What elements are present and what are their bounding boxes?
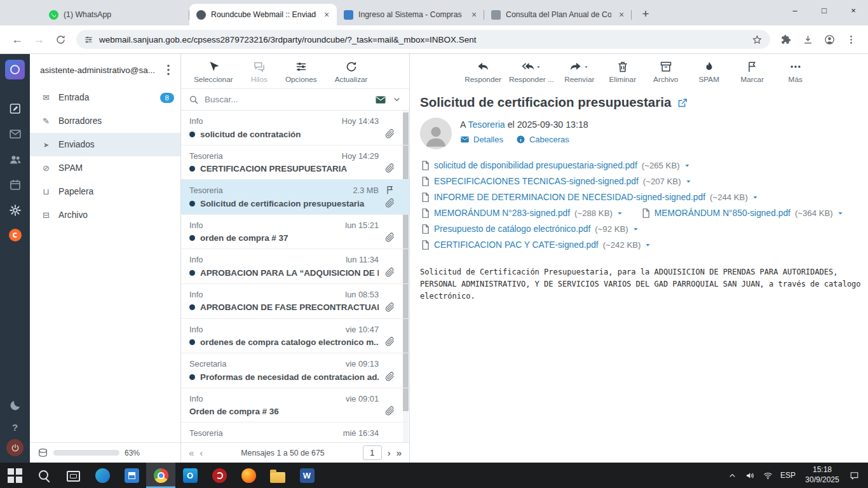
taskbar-app[interactable] (146, 463, 175, 488)
refresh-button[interactable]: Actualizar (335, 60, 368, 84)
reply-button[interactable]: Responder (465, 60, 501, 84)
spam-button[interactable]: SPAM (691, 60, 727, 84)
tab-close-icon[interactable]: × (322, 10, 332, 20)
message-row[interactable]: Info vie 10:47 ordenes de compra catalog… (181, 319, 409, 354)
folder-item[interactable]: Enviados (30, 133, 180, 156)
message-row[interactable]: Secretaria vie 09:13 Proformas de necesi… (181, 353, 409, 388)
taskbar-app[interactable] (175, 463, 205, 488)
downloads-button[interactable] (797, 29, 818, 50)
attachment-menu-icon[interactable] (751, 193, 759, 201)
contacts-button[interactable] (8, 152, 22, 166)
url-text[interactable]: webmail.sanjuan.gob.ec/cpsess2879723216/… (99, 35, 746, 44)
cpanel-icon[interactable] (9, 229, 22, 241)
forward-dropdown-icon[interactable] (583, 64, 589, 70)
attachment-name[interactable]: ESPECIFICACIONES TECNICAS-signed-signed.… (434, 177, 639, 186)
taskbar-app[interactable] (0, 463, 29, 488)
attachment-name[interactable]: Presupuesto de catálogo electrónico.pdf (434, 224, 590, 234)
browser-tab[interactable]: Ingreso al Sistema - Compras P × (337, 4, 484, 25)
account-menu-icon[interactable] (161, 63, 175, 77)
recipient-link[interactable]: Tesoreria (468, 119, 505, 130)
more-button[interactable]: Más (778, 60, 813, 84)
logout-button[interactable] (6, 439, 24, 456)
taskbar-app[interactable] (234, 463, 263, 488)
taskbar-app[interactable] (292, 463, 322, 488)
attachment-item[interactable]: MEMORÁNDUM N°850-signed.pdf (~364 KB) (641, 208, 844, 219)
archive-button[interactable]: Archivo (648, 60, 684, 84)
next-page-button[interactable]: › (388, 448, 391, 458)
threads-button[interactable]: Hilos (251, 60, 268, 84)
attachment-name[interactable]: INFORME DE DETERMINACION DE NECESIDAD-si… (434, 193, 705, 202)
notification-center-button[interactable] (845, 463, 863, 488)
browser-tab[interactable]: Roundcube Webmail :: Enviados × (189, 4, 337, 25)
taskbar-app[interactable] (29, 463, 58, 488)
folder-item[interactable]: SPAM (30, 156, 180, 180)
attachment-item[interactable]: CERTIFICACION PAC Y CATE-signed.pdf (~24… (420, 240, 652, 250)
tab-close-icon[interactable]: × (616, 10, 627, 20)
page-number-input[interactable]: 1 (363, 445, 382, 460)
flag-icon[interactable] (385, 185, 395, 195)
folder-item[interactable]: Borradores (30, 109, 180, 133)
volume-button[interactable] (741, 463, 759, 488)
browser-menu-button[interactable] (840, 29, 862, 50)
profile-button[interactable] (818, 29, 840, 50)
attachment-menu-icon[interactable] (683, 161, 691, 170)
attachment-name[interactable]: CERTIFICACION PAC Y CATE-signed.pdf (434, 240, 599, 250)
taskbar-app[interactable] (263, 463, 292, 488)
theme-toggle-button[interactable] (8, 398, 22, 412)
minimize-button[interactable]: – (780, 0, 810, 20)
tray-expand-button[interactable] (723, 463, 741, 488)
attachment-menu-icon[interactable] (684, 177, 693, 186)
mark-button[interactable]: Marcar (735, 60, 770, 84)
calendar-button[interactable] (8, 178, 22, 192)
last-page-button[interactable]: » (397, 448, 402, 458)
taskbar-app[interactable] (58, 463, 88, 488)
message-row[interactable]: Info lun 11:34 APROBACION PARA LA “ADQUI… (181, 249, 409, 284)
open-in-new-icon[interactable] (677, 97, 688, 108)
tab-close-icon[interactable]: × (469, 10, 479, 20)
settings-button[interactable] (8, 203, 22, 217)
bookmark-star-icon[interactable] (752, 34, 763, 45)
details-link[interactable]: Detalles (460, 135, 503, 144)
attachment-menu-icon[interactable] (616, 209, 624, 217)
attachment-item[interactable]: ESPECIFICACIONES TECNICAS-signed-signed.… (420, 176, 693, 187)
message-row[interactable]: Tesoreria mié 16:34 (181, 423, 409, 442)
attachment-name[interactable]: MEMORÁNDUM N°850-signed.pdf (654, 208, 790, 218)
attachment-name[interactable]: solicitud de disponibilidad presupuestar… (434, 161, 637, 170)
taskbar-app[interactable] (88, 463, 117, 488)
message-row[interactable]: Tesoreria 2.3 MB Solicitud de certificac… (181, 180, 409, 215)
reply-all-button[interactable]: Responder ... (509, 60, 554, 84)
back-button[interactable]: ← (6, 29, 28, 50)
folder-item[interactable]: Entrada 8 (30, 86, 180, 109)
omnibox[interactable]: webmail.sanjuan.gob.ec/cpsess2879723216/… (76, 30, 770, 49)
attachment-item[interactable]: INFORME DE DETERMINACION DE NECESIDAD-si… (420, 192, 759, 203)
taskbar-app[interactable] (117, 463, 146, 488)
close-button[interactable]: × (839, 0, 868, 20)
forward-button[interactable]: → (28, 29, 50, 50)
extensions-button[interactable] (775, 29, 797, 50)
reload-button[interactable] (50, 29, 71, 50)
attachment-menu-icon[interactable] (836, 209, 844, 217)
folder-item[interactable]: Archivo (30, 203, 180, 227)
app-logo[interactable] (5, 60, 25, 79)
message-row[interactable]: Info Hoy 14:43 solicitud de contratación (181, 111, 409, 146)
headers-link[interactable]: Cabeceras (516, 135, 569, 144)
message-row[interactable]: Info lun 08:53 APROBACION DE FASE PRECON… (181, 284, 409, 319)
attachment-item[interactable]: solicitud de disponibilidad presupuestar… (420, 160, 691, 171)
browser-tab[interactable]: Consulta del Plan Anual de Con × (484, 4, 632, 25)
select-button[interactable]: Seleccionar (194, 60, 233, 84)
options-button[interactable]: Opciones (285, 60, 317, 84)
language-indicator[interactable]: ESP (776, 471, 799, 480)
attachment-item[interactable]: Presupuesto de catálogo electrónico.pdf … (420, 224, 640, 234)
forward-button[interactable]: Reenviar (562, 60, 597, 84)
attachment-menu-icon[interactable] (632, 225, 640, 233)
search-scope-icon[interactable] (375, 94, 386, 105)
message-row[interactable]: Info lun 15:21 orden de compra # 37 (181, 215, 409, 250)
browser-tab[interactable]: (1) WhatsApp × (42, 4, 189, 25)
attachment-menu-icon[interactable] (644, 241, 652, 249)
search-input[interactable] (205, 95, 369, 104)
site-settings-icon[interactable] (84, 35, 93, 44)
folder-item[interactable]: Papelera (30, 180, 180, 203)
attachment-item[interactable]: MEMORÁNDUM N°283-signed.pdf (~288 KB) (420, 208, 624, 219)
message-row[interactable]: Info vie 09:01 Orden de compra # 36 (181, 388, 409, 423)
prev-page-button[interactable]: ‹ (200, 448, 203, 458)
